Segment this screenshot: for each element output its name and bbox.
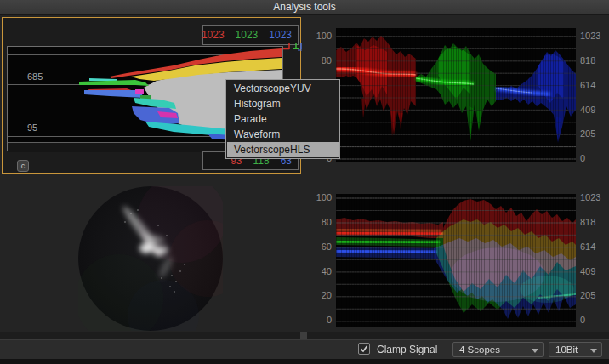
parade-code-tick: 205 (580, 128, 609, 139)
waveform-percent-tick: 20 (308, 290, 332, 301)
vectorscope-trace-graphic (78, 186, 223, 331)
waveform-percent-tick: 40 (308, 266, 332, 277)
vectorscope-panel[interactable] (78, 186, 223, 331)
waveform-code-tick: 0 (580, 315, 609, 326)
menu-item-waveform[interactable]: Waveform (227, 127, 339, 142)
bit-depth-value: 10Bit (555, 344, 578, 355)
compare-button[interactable]: c (17, 160, 29, 172)
waveform-code-tick: 1023 (580, 192, 609, 203)
window-bottom-edge (0, 359, 609, 364)
waveform-percent-tick: 0 (308, 315, 332, 326)
waveform-percent-tick: 60 (308, 242, 332, 253)
parade-trace-graphic (336, 28, 576, 162)
bit-depth-select[interactable]: 10Bit (549, 342, 602, 357)
parade-scope-panel[interactable] (336, 28, 576, 162)
parade-code-tick: 818 (580, 55, 609, 66)
scopes-layout-select[interactable]: 4 Scopes Layout (452, 342, 544, 357)
waveform-code-tick: 205 (580, 290, 609, 301)
parade-code-tick: 409 (580, 105, 609, 116)
analysis-tools-window: Analysis tools 1023 1023 1023 685 95 (0, 0, 609, 364)
menu-item-parade[interactable]: Parade (227, 111, 339, 127)
parade-code-tick: 1023 (580, 31, 609, 42)
footer-bar: Clamp Signal 4 Scopes Layout 10Bit (0, 339, 609, 359)
waveform-percent-tick: 80 (308, 217, 332, 228)
check-icon (360, 344, 368, 353)
clamp-signal-checkbox[interactable] (358, 343, 370, 355)
parade-percent-tick: 80 (308, 55, 332, 66)
waveform-code-tick: 409 (580, 266, 609, 277)
scope-type-context-menu: VectorscopeYUV Histogram Parade Waveform… (225, 79, 340, 159)
max-green-value: 1023 (236, 29, 259, 41)
waveform-trace-graphic (336, 194, 576, 327)
waveform-code-tick: 614 (580, 242, 609, 253)
menu-item-histogram[interactable]: Histogram (227, 96, 339, 111)
max-red-value: 1023 (202, 29, 225, 41)
menu-item-vectorscope-yuv[interactable]: VectorscopeYUV (227, 81, 339, 96)
parade-percent-tick: 100 (308, 31, 332, 42)
waveform-code-tick: 818 (580, 217, 609, 228)
waveform-scope-panel[interactable] (336, 194, 576, 327)
clamp-signal-label: Clamp Signal (377, 344, 437, 355)
splitter-handle[interactable] (300, 332, 307, 339)
window-title[interactable]: Analysis tools (0, 0, 609, 15)
waveform-percent-tick: 100 (308, 192, 332, 203)
parade-code-tick: 614 (580, 80, 609, 91)
parade-code-tick: 0 (580, 153, 609, 164)
max-blue-value: 1023 (269, 29, 292, 41)
menu-item-vectorscope-hls[interactable]: VectorscopeHLS (227, 142, 339, 157)
